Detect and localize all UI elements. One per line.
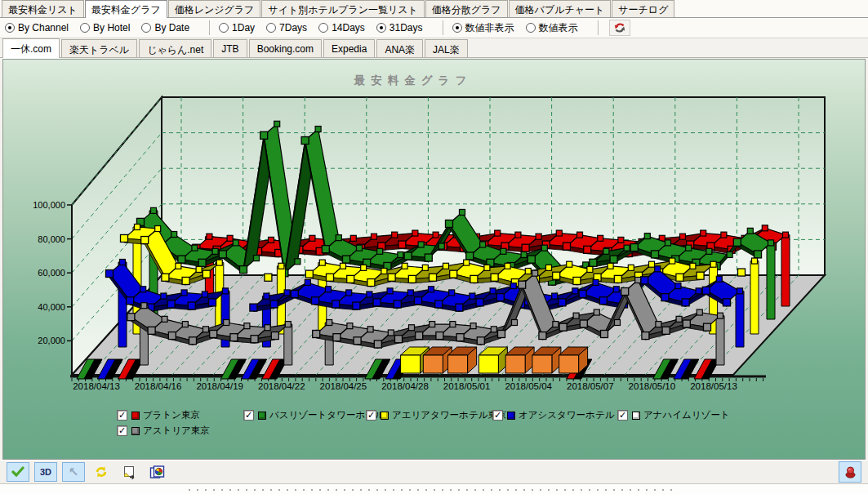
top-tab-価格バブルチャート[interactable]: 価格バブルチャート [509, 0, 612, 17]
legend-checkbox[interactable]: ✓ [243, 410, 254, 421]
svg-text:20,000: 20,000 [38, 336, 65, 345]
radio-circle-icon [80, 23, 90, 33]
radio-By Date[interactable]: By Date [141, 22, 189, 33]
top-tab-価格レンジグラフ[interactable]: 価格レンジグラフ [168, 0, 261, 17]
radio-circle-icon [526, 23, 536, 33]
svg-text:2018/04/19: 2018/04/19 [196, 381, 243, 391]
legend-checkbox[interactable]: ✓ [117, 410, 127, 421]
arrow-up-left-icon: ↖ [69, 465, 79, 479]
chart-panel: 20,00040,00060,00080,000100,0002018/04/1… [2, 59, 866, 460]
legend-label: アエリアタワーホテル東京 [392, 409, 506, 421]
radio-circle-icon [141, 23, 151, 33]
copy-page-button[interactable] [118, 462, 140, 482]
top-tab-サーチログ[interactable]: サーチログ [612, 0, 674, 17]
radio-label: By Channel [18, 22, 69, 33]
radio-label: 14Days [332, 22, 365, 33]
refresh-button[interactable] [90, 462, 113, 482]
radio-31Days[interactable]: 31Days [376, 22, 423, 33]
radio-数値表示[interactable]: 数値表示 [526, 21, 578, 35]
refresh-channels-button[interactable] [609, 20, 630, 36]
red-pin-icon [844, 465, 857, 479]
legend-checkbox[interactable]: ✓ [366, 410, 376, 421]
channel-tab-Booking.com[interactable]: Booking.com [249, 39, 322, 57]
radio-circle-icon [5, 23, 15, 33]
channel-tab-Expedia[interactable]: Expedia [323, 39, 375, 57]
svg-text:2018/04/28: 2018/04/28 [381, 381, 429, 391]
top-tab-最安料金グラフ[interactable]: 最安料金グラフ [85, 0, 167, 18]
legend-checkbox[interactable]: ✓ [117, 425, 127, 436]
radio-数値非表示[interactable]: 数値非表示 [452, 21, 514, 35]
series-color-chip [381, 412, 389, 420]
channel-tab-JTB[interactable]: JTB [213, 39, 247, 57]
series-color-chip [632, 412, 640, 420]
filter-group-value-display: 数値非表示数値表示 [452, 18, 590, 38]
chart-title: 最安料金グラフ [354, 74, 472, 87]
status-bar [0, 483, 868, 494]
pointer-button[interactable]: ↖ [62, 462, 85, 482]
top-tab-最安料金リスト[interactable]: 最安料金リスト [2, 0, 84, 17]
filter-group-group-by: By ChannelBy HotelBy Date [5, 18, 201, 38]
confirm-button[interactable] [7, 462, 29, 482]
filter-group-period: 1Day7Days14Days31Days [219, 18, 434, 38]
svg-text:2018/05/01: 2018/05/01 [443, 381, 491, 391]
channel-tab-楽天トラベル[interactable]: 楽天トラベル [61, 39, 137, 57]
channel-tab-一休.com[interactable]: 一休.com [2, 38, 60, 58]
svg-text:60,000: 60,000 [38, 268, 65, 278]
svg-text:2018/04/25: 2018/04/25 [320, 381, 367, 391]
legend-label: オアシスタワーホテル [519, 409, 614, 421]
3d-toggle-button[interactable]: 3D [34, 462, 57, 482]
svg-text:2018/05/13: 2018/05/13 [690, 381, 737, 391]
top-tab-bar: 最安料金リスト最安料金グラフ価格レンジグラフサイト別ホテルプラン一覧リスト価格分… [0, 0, 868, 18]
legend-label: アストリア東京 [143, 425, 210, 437]
divider [209, 20, 211, 35]
yellow-circular-arrows-icon [94, 465, 109, 478]
radio-label: By Hotel [93, 22, 130, 33]
legend-item-オアシスタワーホテル: ✓オアシスタワーホテル [492, 409, 614, 421]
chart-legend: ✓プラトン東京✓バスリゾートタワーホテル✓アエリアタワーホテル東京✓オアシスタワ… [3, 403, 865, 452]
divider [443, 20, 444, 35]
series-color-chip [258, 412, 266, 420]
radio-circle-icon [318, 23, 328, 33]
radio-label: By Date [154, 22, 189, 33]
radio-label: 1Day [232, 22, 255, 33]
channel-tab-bar: 一休.com楽天トラベルじゃらん.netJTBBooking.comExpedi… [0, 38, 868, 58]
channel-tab-JAL楽[interactable]: JAL楽 [425, 39, 468, 57]
svg-text:40,000: 40,000 [38, 302, 65, 312]
legend-checkbox[interactable]: ✓ [617, 410, 628, 421]
3d-label: 3D [40, 467, 51, 477]
series-color-chip [131, 412, 140, 420]
radio-1Day[interactable]: 1Day [219, 22, 255, 33]
channel-tab-じゃらん.net[interactable]: じゃらん.net [139, 39, 211, 57]
radio-By Hotel[interactable]: By Hotel [80, 22, 130, 33]
radio-label: 数値非表示 [465, 21, 514, 35]
status-dots-decoration [189, 489, 679, 491]
user-pin-button[interactable] [839, 461, 861, 483]
svg-text:2018/04/13: 2018/04/13 [73, 381, 120, 391]
radio-7Days[interactable]: 7Days [266, 22, 307, 33]
svg-text:2018/05/10: 2018/05/10 [629, 381, 676, 391]
checkmark-icon [11, 466, 24, 478]
price-3d-chart: 20,00040,00060,00080,000100,0002018/04/1… [5, 65, 860, 399]
radio-label: 数値表示 [539, 21, 578, 35]
svg-text:2018/05/04: 2018/05/04 [505, 381, 552, 391]
svg-text:80,000: 80,000 [38, 234, 65, 244]
legend-checkbox[interactable]: ✓ [492, 410, 503, 421]
save-image-button[interactable] [145, 462, 168, 482]
chart-image-icon [149, 465, 165, 479]
channel-tab-ANA楽[interactable]: ANA楽 [376, 39, 423, 57]
page-copy-icon [122, 465, 136, 479]
top-tab-サイト別ホテルプラン一覧リスト[interactable]: サイト別ホテルプラン一覧リスト [261, 0, 424, 17]
radio-By Channel[interactable]: By Channel [5, 22, 69, 33]
legend-item-アストリア東京: ✓アストリア東京 [117, 425, 210, 437]
legend-label: プラトン東京 [143, 409, 200, 421]
legend-item-アナハイムリゾート: ✓アナハイムリゾート [617, 409, 730, 421]
top-tab-価格分散グラフ[interactable]: 価格分散グラフ [425, 0, 508, 17]
svg-text:2018/04/22: 2018/04/22 [258, 381, 305, 391]
svg-text:2018/05/07: 2018/05/07 [567, 381, 614, 391]
radio-label: 31Days [389, 22, 423, 33]
legend-item-プラトン東京: ✓プラトン東京 [117, 409, 200, 421]
bottom-toolbar: 3D↖ [0, 460, 868, 483]
series-color-chip [131, 427, 140, 435]
radio-14Days[interactable]: 14Days [318, 22, 365, 33]
filter-bar: By ChannelBy HotelBy Date1Day7Days14Days… [0, 18, 868, 38]
